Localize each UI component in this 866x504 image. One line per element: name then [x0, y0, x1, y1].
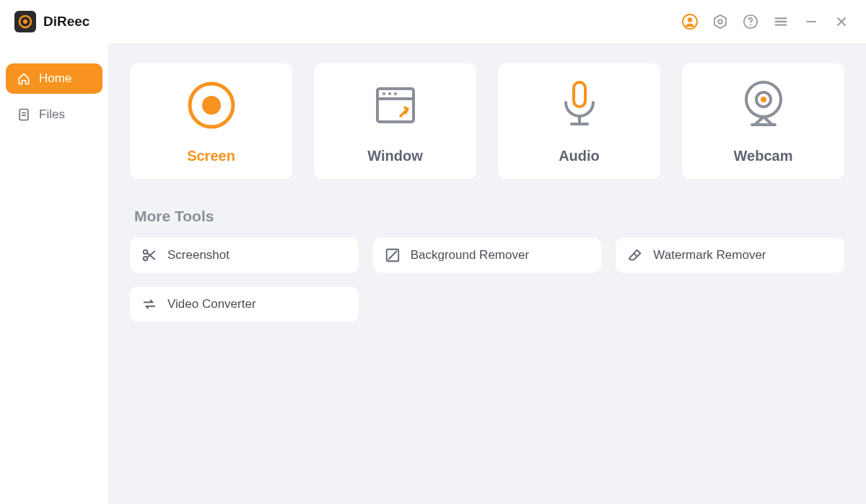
svg-point-18	[202, 96, 221, 115]
menu-button[interactable]	[771, 12, 791, 32]
microphone-icon	[556, 79, 603, 132]
tool-label: Background Remover	[411, 248, 529, 262]
sidebar-item-files[interactable]: Files	[6, 100, 102, 130]
close-button[interactable]	[831, 12, 852, 32]
svg-point-1	[23, 19, 27, 24]
main-panel: Screen Window Audio Webcam Mor	[108, 43, 866, 504]
recording-modes: Screen Window Audio Webcam	[130, 63, 844, 179]
mode-label: Screen	[187, 148, 235, 164]
mode-label: Audio	[559, 148, 600, 164]
svg-point-23	[394, 92, 397, 95]
user-icon	[681, 13, 699, 30]
tool-screenshot[interactable]: Screenshot	[130, 238, 359, 273]
window-icon	[372, 79, 419, 132]
app-logo-wrap: DiReec	[14, 11, 89, 32]
eraser-icon	[627, 247, 643, 263]
svg-line-37	[388, 252, 396, 260]
svg-point-5	[718, 19, 722, 24]
sidebar-item-label: Files	[39, 107, 65, 122]
tool-watermark-remover[interactable]: Watermark Remover	[616, 238, 844, 273]
close-icon	[834, 14, 849, 29]
more-tools-heading: More Tools	[130, 208, 844, 225]
titlebar: DiReec	[0, 0, 866, 43]
file-icon	[16, 107, 32, 123]
sidebar: Home Files	[0, 43, 108, 504]
mode-window[interactable]: Window	[314, 63, 476, 179]
settings-button[interactable]	[710, 12, 730, 32]
account-button[interactable]	[680, 12, 700, 32]
convert-icon	[141, 296, 157, 312]
svg-line-38	[634, 253, 637, 257]
svg-marker-4	[714, 15, 726, 28]
tool-label: Video Converter	[167, 297, 256, 311]
svg-rect-25	[574, 82, 585, 107]
minimize-button[interactable]	[801, 12, 821, 32]
hamburger-icon	[773, 14, 789, 30]
tool-grid: Screenshot Background Remover Watermark …	[130, 238, 844, 322]
webcam-icon	[740, 79, 787, 132]
sidebar-item-home[interactable]: Home	[6, 63, 102, 94]
help-button[interactable]	[740, 12, 761, 32]
help-icon	[743, 14, 758, 30]
svg-point-21	[382, 92, 385, 95]
tool-video-converter[interactable]: Video Converter	[130, 287, 359, 322]
tool-background-remover[interactable]: Background Remover	[373, 238, 602, 273]
record-icon	[186, 79, 237, 132]
gear-icon	[712, 14, 728, 30]
svg-point-30	[761, 97, 766, 102]
titlebar-actions	[680, 12, 852, 32]
svg-point-22	[388, 92, 391, 95]
tool-label: Screenshot	[167, 248, 229, 262]
app-title: DiReec	[43, 14, 89, 30]
mode-webcam[interactable]: Webcam	[682, 63, 844, 179]
svg-point-3	[688, 17, 692, 22]
minimize-icon	[804, 14, 818, 29]
scissors-icon	[141, 247, 157, 263]
tool-label: Watermark Remover	[653, 248, 766, 262]
mode-screen[interactable]: Screen	[130, 63, 292, 179]
mode-label: Window	[367, 148, 422, 164]
mode-label: Webcam	[734, 148, 793, 164]
mode-audio[interactable]: Audio	[498, 63, 660, 179]
background-remove-icon	[385, 247, 401, 263]
app-logo-icon	[14, 11, 36, 32]
sidebar-item-label: Home	[39, 71, 71, 86]
svg-point-7	[750, 24, 751, 25]
home-icon	[16, 71, 32, 87]
